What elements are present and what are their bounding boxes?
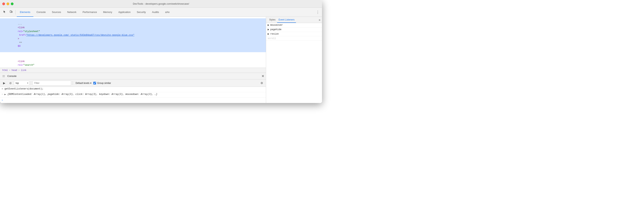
main-toolbar: Elements Console Sources Network Perform… — [0, 8, 322, 17]
device-toggle-button[interactable] — [8, 9, 14, 15]
more-tabs-button[interactable]: » — [319, 18, 320, 22]
chevron-down-icon-2: ▾ — [90, 82, 92, 84]
marker-1: == — [18, 41, 23, 44]
toolbar-separator-2 — [73, 81, 73, 85]
expand-triangle-2 — [268, 29, 269, 31]
expand-icon[interactable]: ▶ — [4, 93, 6, 96]
breadcrumb-head[interactable]: head — [11, 69, 18, 72]
console-row-output[interactable]: ‹ ▶ {DOMContentLoaded: Array(1), pagehid… — [0, 92, 266, 97]
ellipsis: ... — [18, 23, 23, 25]
group-similar-area: Group similar — [93, 82, 111, 84]
gear-icon: ⚙ — [260, 81, 263, 85]
tab-audits[interactable]: Audits — [149, 8, 162, 17]
tag-open-2: <link — [18, 60, 26, 63]
breadcrumb-html[interactable]: html — [2, 69, 9, 72]
execute-button[interactable]: ▶ — [2, 80, 7, 86]
svg-point-3 — [4, 75, 4, 76]
console-tab-label: Console — [7, 75, 16, 77]
tab-sources[interactable]: Sources — [49, 8, 64, 17]
listener-name-scroll: scroll — [268, 37, 276, 40]
listener-name-mouseover: mouseover — [270, 24, 283, 27]
attr-rel-name-2: rel= — [18, 64, 23, 66]
context-select[interactable]: top — [14, 81, 29, 86]
group-similar-label: Group similar — [97, 82, 111, 84]
tab-event-listeners[interactable]: Event Listeners — [277, 17, 296, 23]
elements-panel: ... <link rel="stylesheet" href="https:/… — [0, 17, 266, 103]
tab-application[interactable]: Application — [115, 8, 134, 17]
svg-point-5 — [3, 76, 3, 77]
minimize-button[interactable] — [6, 3, 9, 5]
filter-input[interactable] — [32, 81, 71, 86]
default-levels-label: Default levels — [76, 82, 90, 84]
expand-triangle-3 — [268, 33, 269, 35]
tab-network[interactable]: Network — [64, 8, 80, 17]
listener-item-resize[interactable]: resize — [266, 32, 322, 36]
tab-list: Elements Console Sources Network Perform… — [17, 8, 173, 17]
listener-item-scroll[interactable]: scroll — [266, 36, 322, 41]
expand-triangle-1 — [268, 24, 269, 26]
console-section: Console ✕ ▶ ⊘ top ▾ — [0, 73, 266, 103]
close-button[interactable] — [2, 3, 5, 5]
tab-performance[interactable]: Performance — [80, 8, 100, 17]
devtools-window: Elements Console Sources Network Perform… — [0, 8, 322, 103]
traffic-lights — [2, 3, 14, 5]
listener-item-pagehide[interactable]: pagehide — [266, 27, 322, 32]
tag-close-1: > — [18, 38, 19, 40]
console-row-input: › getEventListeners(document); — [0, 87, 266, 92]
listener-name-resize: resize — [270, 33, 278, 35]
svg-point-2 — [3, 75, 3, 76]
listener-item-mouseover[interactable]: mouseover — [266, 23, 322, 27]
console-prompt-lt: ‹ — [2, 93, 3, 96]
window-title: DevTools - developers.google.com/web/sho… — [133, 2, 189, 5]
tab-styles[interactable]: Styles — [268, 17, 277, 23]
more-tools-button[interactable]: ⋮ — [315, 10, 320, 15]
breadcrumb-sep-1: › — [9, 69, 10, 72]
svg-rect-1 — [12, 11, 12, 13]
tag-open-1: <link — [18, 26, 26, 29]
dollar-zero: $0 — [18, 45, 20, 48]
tab-security[interactable]: Security — [134, 8, 149, 17]
svg-rect-0 — [10, 11, 12, 13]
right-panel: Styles Event Listeners » mouseover pageh… — [266, 17, 322, 103]
console-settings-button[interactable]: ⚙ — [259, 80, 264, 86]
toolbar-separator-1 — [31, 81, 31, 85]
console-output[interactable]: › getEventListeners(document); ‹ ▶ {DOMC… — [0, 87, 266, 103]
svg-point-4 — [4, 75, 5, 76]
listener-name-pagehide: pagehide — [270, 28, 282, 31]
tab-elements[interactable]: Elements — [17, 8, 33, 17]
title-bar: DevTools - developers.google.com/web/sho… — [0, 0, 322, 8]
console-empty-prompt: › — [2, 99, 3, 102]
console-input-row[interactable]: › — [0, 97, 266, 103]
breadcrumb-link[interactable]: link — [20, 69, 27, 72]
breadcrumb-bar: html › head › link — [0, 68, 266, 73]
maximize-button[interactable] — [11, 3, 14, 5]
tab-memory[interactable]: Memory — [100, 8, 115, 17]
attr-rel-name-1: rel= — [18, 30, 23, 33]
clear-button[interactable]: ⊘ — [8, 80, 13, 86]
block-icon: ⊘ — [9, 81, 12, 85]
svg-point-7 — [4, 76, 5, 77]
attr-href-name-1: href= — [18, 34, 26, 37]
default-levels-button[interactable]: Default levels ▾ — [74, 81, 92, 86]
svg-point-6 — [4, 76, 4, 77]
main-content: ... <link rel="stylesheet" href="https:/… — [0, 17, 322, 103]
console-header: Console ✕ — [0, 73, 266, 79]
inspect-element-button[interactable] — [2, 9, 8, 15]
console-toolbar: ▶ ⊘ top ▾ Default le — [0, 79, 266, 87]
group-similar-checkbox[interactable] — [93, 82, 96, 84]
cursor-icon — [3, 10, 6, 14]
console-prompt-gt: › — [2, 87, 3, 90]
html-line-1: ... <link rel="stylesheet" href="https:/… — [0, 18, 266, 52]
console-object-text: {DOMContentLoaded: Array(1), pagehide: A… — [7, 93, 157, 96]
attr-rel-val-1: "stylesheet" — [23, 30, 40, 33]
tab-axe[interactable]: aXe — [162, 8, 172, 17]
console-close-button[interactable]: ✕ — [262, 74, 264, 78]
html-viewer[interactable]: ... <link rel="stylesheet" href="https:/… — [0, 17, 266, 68]
attr-href-val-1: "https://developers.google.com/_static/6… — [26, 34, 134, 37]
context-selector-wrapper: top ▾ — [14, 81, 29, 86]
console-input-text: getEventListeners(document); — [4, 87, 264, 90]
event-listeners-list: mouseover pagehide resize scroll — [266, 23, 322, 103]
tab-console[interactable]: Console — [33, 8, 49, 17]
drag-handle[interactable] — [2, 74, 6, 78]
device-icon — [10, 10, 13, 14]
